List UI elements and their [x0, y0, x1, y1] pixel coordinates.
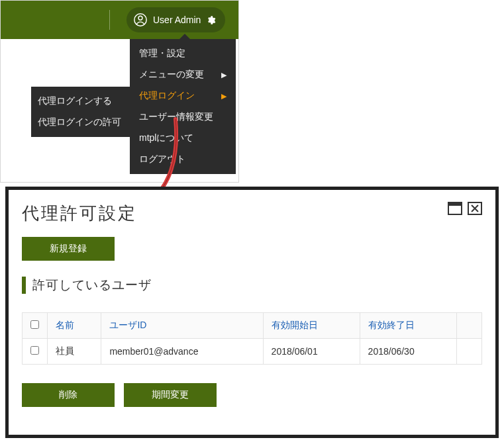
row-checkbox[interactable]: [30, 346, 39, 355]
submenu-item-label: 代理ログインの許可: [38, 116, 121, 127]
permitted-users-table: 名前 ユーザID 有効開始日 有効終了日 社員 member01@advance…: [22, 312, 482, 365]
col-name[interactable]: 名前: [48, 313, 101, 339]
change-period-button[interactable]: 期間変更: [124, 383, 217, 407]
cell-end-date: 2018/06/30: [360, 339, 456, 365]
user-dropdown: 管理・設定 メニューの変更 ▶ 代理ログイン ▶ ユーザー情報変更 mtplにつ…: [130, 39, 236, 174]
menu-item-about[interactable]: mtplについて: [130, 128, 236, 149]
menu-item-logout[interactable]: ログアウト: [130, 149, 236, 170]
menu-item-label: メニューの変更: [139, 69, 204, 81]
cell-user-id: member01@advance: [101, 339, 263, 365]
menu-item-label: 代理ログイン: [139, 90, 195, 102]
col-end-date[interactable]: 有効終了日: [360, 313, 456, 339]
menu-item-label: mtplについて: [139, 132, 193, 144]
menu-item-admin-settings[interactable]: 管理・設定: [130, 43, 236, 64]
menu-item-change-menu[interactable]: メニューの変更 ▶: [130, 64, 236, 85]
cell-name: 社員: [48, 339, 101, 365]
header-bar: User Admin: [1, 1, 238, 39]
select-all-checkbox[interactable]: [30, 320, 39, 329]
panel-title: 代理許可設定: [22, 202, 137, 225]
menu-item-label: ログアウト: [139, 154, 185, 165]
col-user-id[interactable]: ユーザID: [101, 313, 263, 339]
svg-point-1: [138, 16, 142, 20]
menu-item-proxy-login[interactable]: 代理ログイン ▶: [130, 85, 236, 107]
close-icon[interactable]: [468, 202, 482, 215]
chevron-right-icon: ▶: [221, 92, 227, 101]
menu-item-user-info[interactable]: ユーザー情報変更: [130, 107, 236, 128]
header-region: User Admin 管理・設定 メニューの変更 ▶ 代理ログイン ▶ ユーザー…: [0, 0, 239, 183]
delete-button[interactable]: 削除: [22, 383, 115, 407]
cell-actions: [456, 339, 481, 365]
submenu-item-proxy-login-permit[interactable]: 代理ログインの許可: [31, 112, 130, 133]
submenu-item-label: 代理ログインする: [38, 95, 112, 106]
proxy-login-submenu: 代理ログインする 代理ログインの許可: [31, 87, 130, 137]
proxy-permission-panel: 代理許可設定 新規登録 許可しているユーザ 名前 ユーザID 有効開始日 有効終…: [5, 187, 499, 438]
select-all-cell[interactable]: [23, 313, 48, 339]
new-register-button[interactable]: 新規登録: [22, 237, 115, 261]
table-row: 社員 member01@advance 2018/06/01 2018/06/3…: [23, 339, 482, 365]
col-start-date[interactable]: 有効開始日: [263, 313, 360, 339]
gear-icon: [206, 15, 216, 25]
permitted-users-heading: 許可しているユーザ: [22, 277, 482, 294]
user-avatar-icon: [133, 13, 148, 27]
menu-item-label: ユーザー情報変更: [139, 111, 213, 123]
cell-start-date: 2018/06/01: [263, 339, 360, 365]
maximize-icon[interactable]: [448, 202, 462, 215]
col-actions: [456, 313, 481, 339]
chevron-right-icon: ▶: [221, 71, 227, 79]
menu-item-label: 管理・設定: [139, 48, 185, 60]
user-label: User Admin: [153, 15, 201, 25]
submenu-item-proxy-login-do[interactable]: 代理ログインする: [31, 91, 130, 112]
header-divider: [109, 10, 110, 30]
user-menu-button[interactable]: User Admin: [126, 7, 225, 32]
